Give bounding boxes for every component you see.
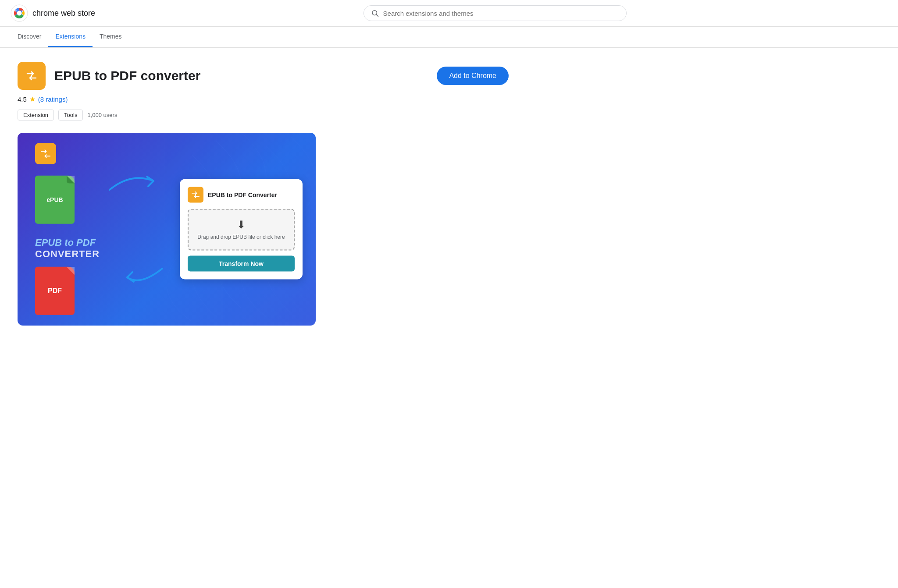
pdf-file-corner xyxy=(67,267,75,275)
site-title: chrome web store xyxy=(32,9,95,18)
extension-header: EPUB to PDF converter Add to Chrome xyxy=(18,62,509,90)
star-icon: ★ xyxy=(29,95,36,103)
chrome-logo-icon xyxy=(11,4,28,22)
nav-item-discover[interactable]: Discover xyxy=(11,27,48,47)
promo-title-line2: CONVERTER xyxy=(35,248,100,260)
svg-line-4 xyxy=(376,14,378,16)
pdf-file-icon: PDF xyxy=(35,267,75,315)
svg-point-2 xyxy=(17,11,22,16)
promo-card-icon xyxy=(188,187,203,203)
search-input[interactable] xyxy=(383,10,619,17)
extension-name: EPUB to PDF converter xyxy=(54,68,200,83)
navigation: Discover Extensions Themes xyxy=(0,27,898,48)
card-arrows-icon xyxy=(191,190,200,200)
search-icon xyxy=(371,9,379,17)
header: chrome web store xyxy=(0,0,898,27)
arrow-bottom-icon xyxy=(123,264,167,290)
drop-zone[interactable]: ⬇ Drag and drop EPUB file or click here xyxy=(188,209,295,251)
epub-file-icon: ePUB xyxy=(35,176,75,224)
promo-image: ePUB EPUB to PDF CONVERTER PDF xyxy=(18,133,316,326)
tag-extension[interactable]: Extension xyxy=(18,110,54,120)
promo-title: EPUB to PDF CONVERTER xyxy=(35,233,100,260)
search-bar xyxy=(363,5,627,21)
tags-row: Extension Tools 1,000 users xyxy=(18,110,509,120)
arrow-top-icon xyxy=(105,168,158,194)
add-to-chrome-button[interactable]: Add to Chrome xyxy=(437,67,509,85)
rating-row: 4.5 ★ (8 ratings) xyxy=(18,95,509,103)
download-icon: ⬇ xyxy=(196,219,287,231)
extension-icon xyxy=(18,62,46,90)
rating-number: 4.5 xyxy=(18,96,27,103)
rating-count[interactable]: (8 ratings) xyxy=(38,96,68,103)
main-content: EPUB to PDF converter Add to Chrome 4.5 … xyxy=(0,48,526,340)
promo-left-content: ePUB EPUB to PDF CONVERTER PDF xyxy=(35,143,100,315)
extension-title-row: EPUB to PDF converter xyxy=(18,62,200,90)
promo-title-line1: EPUB to PDF xyxy=(35,237,100,248)
arrows-icon xyxy=(24,68,39,84)
promo-card-title: EPUB to PDF Converter xyxy=(208,191,277,198)
epub-file-corner xyxy=(67,176,75,184)
users-count: 1,000 users xyxy=(87,112,117,118)
nav-item-themes[interactable]: Themes xyxy=(93,27,129,47)
promo-icon-small xyxy=(35,143,56,164)
promo-arrows-icon xyxy=(39,148,52,160)
promo-card: EPUB to PDF Converter ⬇ Drag and drop EP… xyxy=(180,179,303,280)
transform-now-button[interactable]: Transform Now xyxy=(188,255,295,271)
promo-card-header: EPUB to PDF Converter xyxy=(188,187,295,203)
nav-item-extensions[interactable]: Extensions xyxy=(48,27,92,47)
tag-tools[interactable]: Tools xyxy=(58,110,83,120)
drop-text: Drag and drop EPUB file or click here xyxy=(196,234,287,241)
logo-area: chrome web store xyxy=(11,4,95,22)
